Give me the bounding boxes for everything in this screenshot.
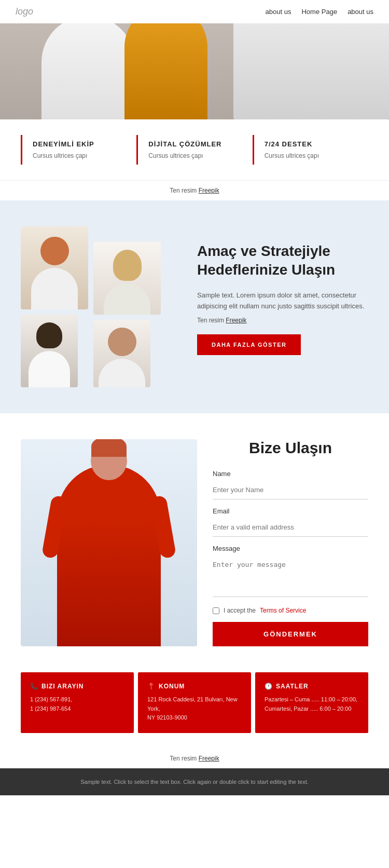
feature-title-2: DİJİTAL ÇÖZÜMLER (148, 140, 242, 148)
phone-card-text: 1 (234) 567-891, 1 (234) 987-654 (30, 695, 124, 713)
nav-home-page[interactable]: Home Page (301, 8, 337, 16)
hero-person-1 (41, 16, 135, 119)
feature-title-3: 7/24 DESTEK (265, 140, 358, 148)
site-header: logo about us Home Page about us (0, 0, 389, 23)
email-input[interactable] (213, 518, 368, 537)
feature-item-2: DİJİTAL ÇÖZÜMLER Cursus ultrices çapı (136, 135, 252, 165)
hours-card-title: 🕐 SAATLER (265, 683, 359, 690)
clock-icon: 🕐 (265, 683, 273, 690)
contact-title: Bize Ulaşın (213, 439, 368, 457)
team-text: Sample text. Lorem ipsum dolor sit amet,… (197, 290, 368, 312)
terms-text: I accept the (224, 607, 256, 614)
hero-laptop (233, 21, 389, 119)
team-credit: Ten resim Freepik (197, 317, 368, 324)
phone-card-title: 📞 BIZI ARAYIN (30, 683, 124, 690)
location-card-title: 📍 KONUM (147, 683, 242, 690)
show-more-button[interactable]: DAHA FAZLA GÖSTER (197, 334, 301, 355)
email-group: Email (213, 507, 368, 537)
photo-col-1 (21, 226, 88, 387)
feature-item-3: 7/24 DESTEK Cursus ultrices çapı (253, 135, 368, 165)
freepik-link-1[interactable]: Freepik (199, 187, 219, 194)
terms-checkbox[interactable] (213, 607, 219, 614)
nav-about-us-2[interactable]: about us (348, 8, 373, 16)
freepik-credit-2: Ten resim Freepik (0, 749, 389, 768)
logo: logo (16, 6, 33, 17)
message-group: Message (213, 545, 368, 599)
feature-title-1: DENEYİMLİ EKİP (33, 140, 126, 148)
bottom-bar: Sample text. Click to select the text bo… (0, 768, 389, 796)
team-photo-man1 (21, 226, 88, 309)
team-photos (21, 226, 187, 387)
info-card-phone: 📞 BIZI ARAYIN 1 (234) 567-891, 1 (234) 9… (21, 672, 134, 733)
team-freepik-link[interactable]: Freepik (226, 317, 246, 324)
team-photo-woman1 (93, 242, 161, 315)
name-label: Name (213, 470, 368, 478)
team-section: Amaç ve Stratejiyle Hedeflerinize Ulaşın… (0, 200, 389, 413)
team-photo-woman2 (21, 315, 78, 387)
phone-icon: 📞 (30, 683, 38, 690)
info-card-location: 📍 KONUM 121 Rock Caddesi, 21 Bulvarı, Ne… (138, 672, 251, 733)
terms-row: I accept the Terms of Service (213, 607, 368, 614)
feature-desc-2: Cursus ultrices çapı (148, 152, 242, 159)
feature-desc-3: Cursus ultrices çapı (265, 152, 358, 159)
location-card-text: 121 Rock Caddesi, 21 Bulvarı, New York, … (147, 695, 242, 723)
feature-item-1: DENEYİMLİ EKİP Cursus ultrices çapı (21, 135, 136, 165)
contact-form: Bize Ulaşın Name Email Message I accept … (213, 439, 368, 646)
info-card-hours: 🕐 SAATLER Pazartesi – Cuma ..... 11:00 –… (255, 672, 368, 733)
feature-desc-1: Cursus ultrices çapı (33, 152, 126, 159)
email-label: Email (213, 507, 368, 515)
location-icon: 📍 (147, 683, 156, 690)
freepik-credit-1: Ten resim Freepik (0, 181, 389, 200)
team-photo-man2 (93, 320, 150, 387)
features-section: DENEYİMLİ EKİP Cursus ultrices çapı DİJİ… (0, 119, 389, 181)
message-input[interactable] (213, 555, 368, 597)
contact-photo (21, 439, 197, 646)
name-group: Name (213, 470, 368, 499)
message-label: Message (213, 545, 368, 552)
submit-button[interactable]: GÖNDERMEK (213, 622, 368, 646)
team-title: Amaç ve Stratejiyle Hedeflerinize Ulaşın (197, 242, 368, 280)
name-input[interactable] (213, 481, 368, 499)
main-nav: about us Home Page about us (266, 8, 373, 16)
terms-link[interactable]: Terms of Service (260, 607, 306, 614)
nav-about-us-1[interactable]: about us (266, 8, 291, 16)
team-content: Amaç ve Stratejiyle Hedeflerinize Ulaşın… (197, 226, 368, 355)
freepik-link-2[interactable]: Freepik (199, 755, 219, 762)
contact-section: Bize Ulaşın Name Email Message I accept … (0, 413, 389, 672)
info-cards: 📞 BIZI ARAYIN 1 (234) 567-891, 1 (234) 9… (0, 672, 389, 749)
photo-col-2 (93, 226, 161, 387)
footer-text: Sample text. Click to select the text bo… (80, 779, 309, 785)
hours-card-text: Pazartesi – Cuma ..... 11:00 – 20:00, Cu… (265, 695, 359, 713)
